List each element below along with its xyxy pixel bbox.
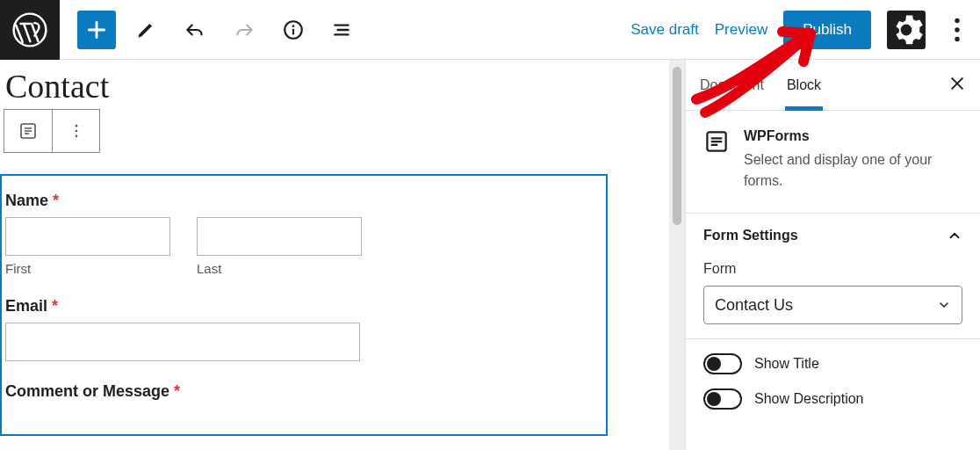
publish-button[interactable]: Publish bbox=[783, 11, 871, 49]
block-title: WPForms bbox=[744, 128, 962, 144]
info-icon bbox=[282, 18, 305, 41]
svg-point-6 bbox=[955, 36, 959, 40]
toolbar-left bbox=[60, 11, 362, 49]
block-more-button[interactable] bbox=[52, 110, 99, 152]
field-label-name: Name * bbox=[2, 192, 606, 217]
block-type-button[interactable] bbox=[4, 110, 52, 152]
wpforms-icon bbox=[703, 128, 730, 155]
info-button[interactable] bbox=[274, 11, 313, 49]
required-mark: * bbox=[52, 297, 58, 315]
form-select[interactable]: Contact Us bbox=[703, 286, 962, 324]
wordpress-icon bbox=[11, 11, 48, 48]
outline-button[interactable] bbox=[323, 11, 362, 49]
undo-icon bbox=[184, 18, 206, 41]
svg-point-2 bbox=[292, 25, 295, 27]
edit-mode-button[interactable] bbox=[126, 11, 165, 49]
toolbar-right: Save draft Preview Publish bbox=[631, 11, 973, 49]
preview-button[interactable]: Preview bbox=[715, 21, 767, 39]
first-name-sublabel: First bbox=[5, 261, 170, 276]
redo-icon bbox=[233, 18, 256, 41]
form-icon bbox=[18, 120, 39, 142]
show-title-label: Show Title bbox=[754, 356, 819, 372]
show-title-toggle[interactable] bbox=[703, 353, 742, 374]
form-settings-header[interactable]: Form Settings bbox=[686, 214, 980, 258]
block-toolbar bbox=[4, 109, 100, 153]
svg-rect-3 bbox=[292, 28, 294, 33]
top-toolbar: Save draft Preview Publish bbox=[0, 0, 980, 60]
chevron-down-icon bbox=[937, 298, 951, 312]
gear-icon bbox=[887, 11, 926, 49]
svg-point-8 bbox=[75, 125, 77, 127]
form-select-value: Contact Us bbox=[715, 296, 793, 315]
svg-point-10 bbox=[75, 135, 77, 138]
show-description-row: Show Description bbox=[686, 374, 980, 410]
kebab-icon bbox=[68, 122, 85, 140]
required-mark: * bbox=[174, 382, 180, 400]
last-name-input[interactable] bbox=[197, 217, 362, 256]
block-info: WPForms Select and display one of your f… bbox=[686, 111, 980, 214]
form-select-label: Form bbox=[703, 261, 962, 277]
last-name-sublabel: Last bbox=[197, 261, 362, 276]
redo-button[interactable] bbox=[225, 11, 263, 49]
block-description: Select and display one of your forms. bbox=[744, 149, 962, 192]
svg-point-9 bbox=[75, 130, 77, 133]
show-title-row: Show Title bbox=[686, 339, 980, 374]
email-input[interactable] bbox=[5, 323, 360, 361]
add-block-button[interactable] bbox=[77, 11, 116, 49]
page-title[interactable]: Contact bbox=[0, 67, 685, 105]
kebab-icon bbox=[941, 14, 973, 46]
scrollbar-thumb[interactable] bbox=[673, 67, 681, 225]
svg-point-5 bbox=[955, 27, 959, 32]
field-label-email: Email * bbox=[2, 297, 606, 323]
chevron-up-icon bbox=[947, 228, 962, 243]
list-icon bbox=[331, 18, 354, 41]
show-description-label: Show Description bbox=[754, 391, 864, 407]
required-mark: * bbox=[53, 192, 59, 209]
svg-point-4 bbox=[955, 18, 959, 22]
show-description-toggle[interactable] bbox=[703, 388, 742, 410]
sidebar-tabs: Document Block bbox=[686, 60, 980, 111]
pencil-icon bbox=[134, 18, 157, 41]
editor-scrollbar[interactable] bbox=[669, 60, 685, 450]
wpforms-block[interactable]: Name * First Last Email * Comment or Mes… bbox=[0, 174, 608, 436]
tab-document[interactable]: Document bbox=[700, 60, 764, 110]
form-settings-title: Form Settings bbox=[703, 228, 798, 243]
tab-block[interactable]: Block bbox=[787, 60, 821, 110]
editor-canvas[interactable]: Contact Name * First Last bbox=[0, 60, 685, 450]
field-label-comment: Comment or Message * bbox=[2, 382, 606, 408]
first-name-input[interactable] bbox=[5, 217, 170, 256]
close-icon bbox=[948, 75, 966, 92]
plus-icon bbox=[85, 18, 108, 41]
settings-button[interactable] bbox=[887, 11, 926, 49]
more-options-button[interactable] bbox=[941, 11, 973, 49]
wordpress-logo[interactable] bbox=[0, 0, 60, 60]
save-draft-button[interactable]: Save draft bbox=[631, 21, 699, 39]
undo-button[interactable] bbox=[176, 11, 214, 49]
settings-sidebar: Document Block WPForms Select and displa… bbox=[685, 60, 980, 450]
close-sidebar-button[interactable] bbox=[948, 75, 966, 96]
form-settings-body: Form Contact Us bbox=[686, 258, 980, 339]
